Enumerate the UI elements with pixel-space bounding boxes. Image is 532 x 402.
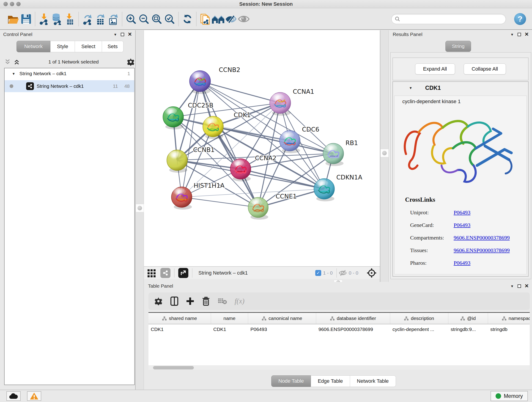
export-table-button[interactable]	[94, 12, 107, 26]
crosslink-link[interactable]: P06493	[454, 260, 470, 266]
network-node-CCNB1[interactable]	[167, 150, 187, 172]
toolbar-separator	[122, 12, 122, 26]
toolbar-search[interactable]	[391, 14, 506, 24]
table-cell[interactable]: stringdb	[488, 324, 530, 335]
left-panel-divider[interactable]	[135, 30, 144, 390]
table-row[interactable]: CDK1CDK1P064939606.ENSP00000378699cyclin…	[148, 324, 530, 335]
expand-all-button[interactable]: Expand All	[415, 64, 455, 75]
float-panel-icon[interactable]	[121, 33, 124, 36]
tab-network[interactable]: Network	[17, 41, 51, 52]
column-header-database-identifier[interactable]: database identifier	[316, 313, 390, 324]
network-node-CCNA1[interactable]	[270, 92, 291, 116]
column-header-canonical-name[interactable]: canonical name	[248, 313, 316, 324]
table-hscrollbar[interactable]	[148, 366, 530, 370]
crosslink-link[interactable]: 9606.ENSP00000378699	[454, 247, 510, 254]
cloud-status-button[interactable]	[6, 391, 21, 401]
network-node-HIST1H1A[interactable]	[171, 187, 192, 210]
selected-checkbox[interactable]: ✓	[315, 270, 321, 276]
panel-menu-icon[interactable]: ▼	[114, 32, 117, 36]
hidden-eye-icon[interactable]	[339, 269, 347, 276]
zoom-fit-button[interactable]	[150, 12, 163, 26]
network-node-CCNE1[interactable]	[248, 197, 268, 220]
column-header-description[interactable]: description	[390, 313, 448, 324]
export-network-button[interactable]	[81, 12, 94, 26]
network-node-CDC25B[interactable]	[163, 107, 184, 129]
panel-menu-icon[interactable]: ▼	[510, 284, 514, 288]
expand-all-icon[interactable]	[13, 59, 20, 65]
save-session-button[interactable]	[20, 12, 32, 26]
memory-button[interactable]: Memory	[491, 391, 528, 401]
crosslink-link[interactable]: P06493	[454, 222, 470, 228]
birdseye-icon[interactable]	[367, 268, 377, 278]
table-cell[interactable]: P06493	[248, 324, 316, 335]
network-edge-CCNA2-CDKN1A[interactable]	[241, 169, 324, 189]
table-cell[interactable]: CDK1	[211, 324, 248, 335]
search-input[interactable]	[402, 16, 502, 22]
table-settings-gear-icon[interactable]	[154, 297, 163, 305]
divider-handle[interactable]	[136, 204, 144, 212]
delete-column-icon[interactable]	[202, 297, 210, 306]
tab-select[interactable]: Select	[75, 41, 102, 52]
import-network-file-button[interactable]	[38, 12, 51, 26]
share-view-icon[interactable]	[160, 268, 171, 278]
network-canvas[interactable]: CCNB2CCNA1CDC25BCDK1CDC6RB1CCNB1CCNA2CDK…	[144, 30, 380, 266]
network-edge-CCNB2-HIST1H1A[interactable]	[182, 81, 200, 197]
column-header-namespace[interactable]: namespace	[488, 313, 530, 324]
network-collection-row[interactable]: ▼ String Network – cdk1 1	[5, 68, 134, 79]
grid-mode-icon[interactable]	[147, 268, 156, 278]
show-all-button[interactable]	[237, 12, 250, 26]
network-node-CDC6[interactable]	[279, 130, 300, 153]
help-button[interactable]: ?	[514, 13, 526, 25]
network-from-document-button[interactable]	[199, 12, 212, 26]
close-panel-icon[interactable]: ✕	[525, 32, 529, 37]
table-cell[interactable]: stringdb:9...	[448, 324, 488, 335]
collapse-all-icon[interactable]	[4, 59, 11, 65]
collapse-all-button[interactable]: Collapse All	[464, 64, 506, 75]
tab-edge-table[interactable]: Edge Table	[311, 375, 350, 387]
import-network-database-button[interactable]	[51, 12, 63, 26]
gear-icon[interactable]	[127, 58, 135, 66]
zoom-out-button[interactable]	[138, 12, 150, 26]
show-columns-icon[interactable]	[171, 297, 178, 306]
tab-style[interactable]: Style	[51, 41, 75, 52]
table-cell[interactable]: cyclin-dependent ...	[390, 324, 448, 335]
tab-node-table[interactable]: Node Table	[271, 375, 311, 387]
crosslink-link[interactable]: P06493	[454, 210, 470, 216]
hide-selected-button[interactable]	[225, 12, 237, 26]
gene-expand-icon[interactable]: ▼	[409, 86, 412, 90]
network-node-CDKN1A[interactable]	[314, 179, 335, 201]
column-header--id[interactable]: @id	[448, 313, 488, 324]
close-panel-icon[interactable]: ✕	[525, 283, 529, 289]
table-cell[interactable]: 9606.ENSP00000378699	[316, 324, 390, 335]
open-session-button[interactable]	[7, 12, 20, 26]
float-panel-icon[interactable]	[518, 33, 521, 36]
panel-menu-icon[interactable]: ▼	[510, 32, 514, 36]
collection-expand-icon[interactable]: ▼	[12, 72, 15, 76]
column-header-name[interactable]: name	[211, 313, 248, 324]
refresh-button[interactable]	[181, 12, 194, 26]
export-image-button[interactable]	[107, 12, 120, 26]
scrollbar-thumb[interactable]	[153, 366, 194, 370]
network-node-CCNB2[interactable]	[190, 70, 210, 94]
crosslink-link[interactable]: 9606.ENSP00000378699	[454, 235, 510, 241]
zoom-in-button[interactable]	[125, 12, 138, 26]
float-panel-icon[interactable]	[518, 284, 521, 288]
tab-network-table[interactable]: Network Table	[350, 375, 396, 387]
network-node-CCNA2[interactable]	[230, 159, 251, 181]
network-row[interactable]: String Network – cdk1 11 48	[5, 80, 134, 92]
import-table-button[interactable]	[63, 12, 76, 26]
add-column-icon[interactable]	[186, 297, 194, 305]
network-node-RB1[interactable]	[323, 143, 344, 166]
table-cell[interactable]: CDK1	[148, 324, 211, 335]
close-panel-icon[interactable]: ✕	[128, 32, 132, 37]
network-node-CDK1[interactable]	[203, 116, 223, 139]
network-edge-CCNE1-HIST1H1A[interactable]	[182, 197, 258, 207]
warnings-button[interactable]	[27, 391, 41, 401]
open-in-window-icon[interactable]	[178, 268, 188, 278]
tab-string[interactable]: String	[445, 41, 471, 52]
zoom-selected-button[interactable]	[163, 12, 176, 26]
column-header-shared-name[interactable]: shared name	[148, 313, 211, 324]
tab-sets[interactable]: Sets	[102, 41, 123, 52]
divider-handle[interactable]	[380, 149, 389, 157]
show-neighborhoods-button[interactable]	[212, 12, 225, 26]
